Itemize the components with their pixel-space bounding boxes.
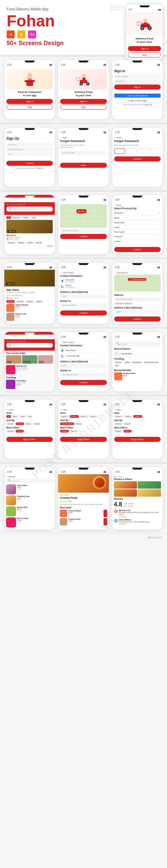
hero-signin-btn[interactable]: Sign In xyxy=(128,46,161,51)
contact2-name-row[interactable]: 👤 John Smith xyxy=(60,348,106,353)
contact-confirm-btn[interactable]: Confirm xyxy=(60,310,106,315)
chip-burger[interactable]: Burger xyxy=(22,216,30,219)
filter2-back[interactable]: ← Filter xyxy=(60,409,106,411)
onboarding1-signin-btn[interactable]: Sign in xyxy=(6,99,53,104)
province-newcastle[interactable]: New Castle› xyxy=(114,229,161,234)
map-confirm-btn[interactable]: Confirm xyxy=(60,234,106,239)
filter1-apply-btn[interactable]: Apply Filters xyxy=(6,437,53,442)
filter3-back[interactable]: ← Filter xyxy=(114,409,161,411)
tab-english[interactable]: English xyxy=(35,300,43,303)
contact2-confirm-btn[interactable]: Confirm xyxy=(60,380,106,385)
filter2-pickup[interactable]: Pick up xyxy=(69,430,77,433)
contact-phone-row[interactable]: 📞 Phone Enter phone xyxy=(60,284,106,289)
province-liverpool[interactable]: Liverpool› xyxy=(114,234,161,239)
forgot-confirm-btn[interactable]: Confirm xyxy=(114,156,161,161)
sort2-paying[interactable]: Paying xyxy=(75,423,82,425)
recent-dessert[interactable]: Dessert xyxy=(38,355,54,364)
address-label-input2[interactable]: Label xyxy=(114,310,161,314)
add-btn1[interactable]: + xyxy=(104,510,107,517)
deliver-input2[interactable]: 123 Avenue Street xyxy=(60,373,106,377)
filter-sandwich[interactable]: Sandwi.. xyxy=(35,241,44,244)
addr-label-input3[interactable]: Work xyxy=(60,364,106,368)
recent-instant[interactable]: Instant Land xyxy=(22,355,37,364)
province-london[interactable]: London› xyxy=(114,239,161,244)
recent-pizzas[interactable]: Pizza's xyxy=(6,355,21,364)
sort3-opt1[interactable]: Nearest xyxy=(114,423,123,425)
search-bar[interactable]: 🔍 Search... xyxy=(114,341,161,346)
tag-nearest[interactable]: Nearest xyxy=(114,361,123,364)
chip-sushi[interactable]: Sushi xyxy=(30,216,37,219)
tab-american[interactable]: American xyxy=(15,300,25,303)
dessert-back[interactable]: ← Dessert xyxy=(6,475,53,477)
area2-all[interactable]: Sector 1 xyxy=(60,415,69,418)
province-edinburgh[interactable]: Edinburgh✓ xyxy=(114,211,161,216)
address-label-input[interactable]: Label xyxy=(60,294,106,298)
signin-email-input[interactable]: Email / Phone xyxy=(114,74,161,79)
tag-tea[interactable]: Tea xyxy=(114,364,120,367)
filter3-pickup[interactable]: Pick up xyxy=(124,430,132,433)
filter-english[interactable]: English xyxy=(26,241,34,244)
province-leeds[interactable]: Leeds› xyxy=(114,225,161,229)
filter1-back[interactable]: ← Filter xyxy=(6,409,53,411)
deliver-input[interactable]: Deliver to place xyxy=(60,303,106,307)
add-btn2[interactable]: + xyxy=(104,518,107,525)
password-input[interactable]: •••••• xyxy=(6,152,53,156)
filter3-delivery[interactable]: Delivery xyxy=(114,430,123,433)
area-east[interactable]: East xyxy=(27,415,33,418)
filter-burgers[interactable]: Burgers xyxy=(17,241,25,244)
province-manchester[interactable]: Manchester› xyxy=(114,220,161,225)
address-input[interactable]: 123 Avenue Street xyxy=(60,228,106,232)
hero-skip-btn[interactable]: Skip xyxy=(128,53,161,58)
filter-delivery[interactable]: Delivery xyxy=(6,430,15,433)
filter-american[interactable]: American xyxy=(6,241,16,244)
tab-popular[interactable]: Popular xyxy=(6,300,15,303)
sort3-opt2[interactable]: Popular xyxy=(123,423,132,425)
sort-rating[interactable]: Rating xyxy=(25,423,32,425)
edit-contact-back[interactable]: ← Edit Contact xyxy=(60,272,106,274)
onboarding2-skip-btn[interactable]: Skip xyxy=(60,104,106,110)
tag-intl-food[interactable]: International Food xyxy=(143,361,159,364)
filter3-apply-btn[interactable]: Apply Filters xyxy=(114,437,161,442)
area3-option2[interactable]: Option 2 xyxy=(124,415,133,418)
sort2-recommend[interactable]: Recommended xyxy=(60,423,74,425)
search-crushed[interactable]: 🕐 Crushed Meat xyxy=(114,351,161,356)
area-north[interactable]: North xyxy=(12,415,19,418)
street-address-input[interactable]: 123 Avenue Street xyxy=(114,297,161,301)
signin-btn[interactable]: Sign in xyxy=(114,85,161,90)
province-wales[interactable]: Wales› xyxy=(114,216,161,220)
contact2-phone-row[interactable]: 📞 +1 234 567 890 xyxy=(60,353,106,359)
forgot-email-input[interactable]: Email / Phone xyxy=(60,151,106,155)
sort-new[interactable]: Newest xyxy=(33,423,41,425)
sort-popular[interactable]: Popular xyxy=(16,423,24,425)
province-confirm-btn[interactable]: Confirm xyxy=(114,247,161,252)
filter2-apply-btn[interactable]: Apply Filters xyxy=(60,437,106,442)
add-more-address[interactable]: + Add more address xyxy=(114,302,161,306)
filter2-delivery[interactable]: Delivery xyxy=(60,430,69,433)
dessert-search[interactable]: 🔍 Search... xyxy=(6,478,53,483)
onboarding2-signin-btn[interactable]: Sign in xyxy=(60,99,106,104)
area3-option1[interactable]: Option 1 xyxy=(114,415,123,418)
contact-name-row[interactable]: 👤 Full name Enter name xyxy=(60,278,106,284)
tag-coffee[interactable]: Coffee xyxy=(123,361,131,364)
email-input[interactable]: hello@email.com xyxy=(6,147,53,151)
sort-nearest[interactable]: Nearest xyxy=(6,423,15,425)
signup-confirm-btn[interactable]: Confirm xyxy=(6,161,53,166)
chip-american[interactable]: American xyxy=(12,216,21,219)
forgot-next-btn[interactable]: Next xyxy=(60,163,106,168)
google-signin-btn[interactable]: G Sign in with Google xyxy=(114,98,161,103)
tag-activity-tea[interactable]: Activity Tea xyxy=(132,361,143,364)
signin-password-input[interactable]: Password xyxy=(114,79,161,83)
address-confirm-btn[interactable]: Confirm xyxy=(114,316,161,321)
facebook-signin-btn[interactable]: f Sign in with Facebook xyxy=(114,94,161,98)
chip-all[interactable]: All xyxy=(6,216,11,219)
area2-sector4[interactable]: Sector 4 xyxy=(89,415,98,418)
edit-contact2-back[interactable]: ← Edit Contact xyxy=(60,341,106,343)
area3-option3[interactable]: Option 3 xyxy=(133,415,142,418)
area-all[interactable]: All xyxy=(6,415,11,418)
edit-address-back[interactable]: ← Edit Address xyxy=(114,272,161,274)
fullname-input[interactable]: Full name xyxy=(6,143,53,147)
onboarding1-skip-btn[interactable]: Skip xyxy=(6,104,53,110)
tab-burgers[interactable]: Burgers xyxy=(26,300,34,303)
area2-sector3[interactable]: Sector 3 xyxy=(79,415,89,418)
filter-pickup[interactable]: Pick up xyxy=(16,430,24,433)
